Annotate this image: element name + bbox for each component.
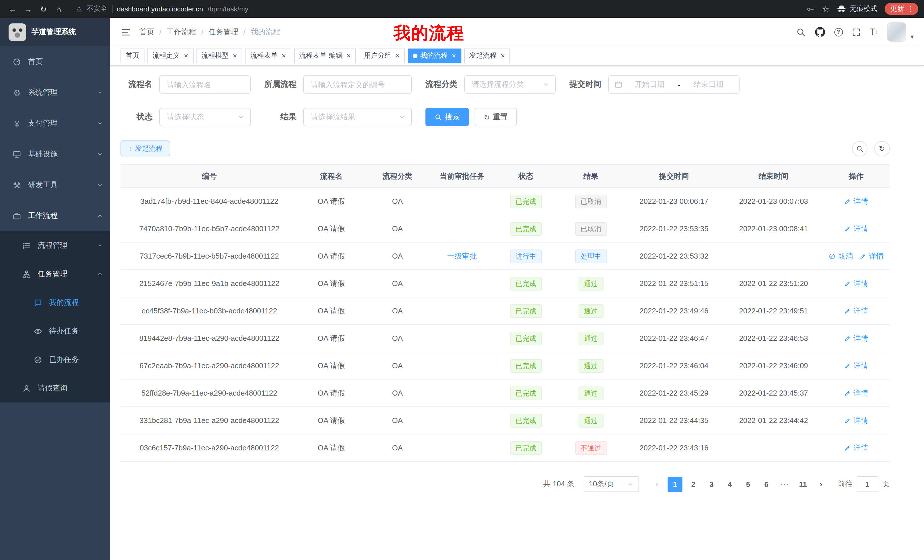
detail-action[interactable]: 详情: [844, 415, 868, 425]
breadcrumb-item-0[interactable]: 首页: [140, 27, 154, 37]
tab-0[interactable]: 首页: [120, 48, 144, 63]
header-search-icon[interactable]: [796, 27, 806, 37]
process-name-input[interactable]: [159, 75, 251, 94]
dashboard-icon: [12, 57, 22, 66]
detail-action[interactable]: 详情: [844, 306, 868, 316]
cell-status: 进行中: [494, 242, 558, 270]
browser-back-icon[interactable]: ←: [6, 2, 20, 16]
filter-name-label: 流程名: [120, 79, 159, 90]
tab-6[interactable]: 我的流程×: [408, 48, 461, 63]
tab-7[interactable]: 发起流程×: [464, 48, 510, 63]
browser-forward-icon[interactable]: →: [21, 2, 35, 16]
sidebar-item-9[interactable]: 待办任务: [0, 317, 110, 345]
sidebar-toggle-icon[interactable]: [110, 27, 140, 37]
current-task-link[interactable]: 一级审批: [447, 251, 477, 261]
cell-id: 331bc281-7b9a-11ec-a290-acde48001122: [120, 407, 298, 434]
edit-icon: [844, 225, 851, 232]
status-select[interactable]: 请选择状态: [159, 108, 251, 126]
sidebar-item-0[interactable]: 首页: [0, 46, 110, 77]
detail-action[interactable]: 详情: [844, 388, 868, 398]
sidebar-item-4[interactable]: ⚒研发工具: [0, 169, 110, 201]
toggle-search-button[interactable]: [852, 141, 867, 156]
create-process-button[interactable]: + 发起流程: [120, 141, 170, 156]
search-button[interactable]: 搜索: [426, 108, 469, 126]
tab-close-icon[interactable]: ×: [396, 51, 400, 60]
process-definition-input[interactable]: [303, 75, 412, 94]
page-button-4[interactable]: 4: [722, 476, 737, 492]
result-tag: 通过: [578, 386, 603, 400]
tab-5[interactable]: 用户分组×: [359, 48, 405, 63]
page-size-select[interactable]: 10条/页: [584, 476, 639, 492]
browser-home-icon[interactable]: ⌂: [52, 2, 66, 16]
page-button-3[interactable]: 3: [704, 476, 719, 492]
cell-status: 已完成: [494, 187, 558, 215]
password-key-icon[interactable]: [807, 5, 814, 13]
page-ellipsis[interactable]: ···: [777, 476, 792, 492]
fullscreen-icon[interactable]: [851, 27, 861, 37]
tab-close-icon[interactable]: ×: [282, 51, 286, 60]
cancel-action[interactable]: 取消: [829, 251, 853, 261]
result-tag: 已取消: [575, 195, 607, 208]
page-button-1[interactable]: 1: [668, 476, 682, 492]
detail-action[interactable]: 详情: [844, 278, 868, 289]
sidebar-item-3[interactable]: 基础设施: [0, 139, 110, 169]
sidebar-item-2[interactable]: ¥支付管理: [0, 108, 110, 139]
breadcrumb-item-1[interactable]: 工作流程: [166, 27, 196, 37]
prev-page-button[interactable]: ‹: [650, 476, 665, 492]
sidebar-item-5[interactable]: 工作流程: [0, 201, 110, 231]
sidebar-item-11[interactable]: 请假查询: [0, 374, 110, 403]
result-select[interactable]: 请选择流结果: [303, 108, 412, 126]
sidebar-item-1[interactable]: ⚙系统管理: [0, 77, 110, 108]
detail-action[interactable]: 详情: [844, 361, 868, 371]
next-page-button[interactable]: ›: [813, 476, 829, 492]
address-bar[interactable]: ⚠ 不安全 dashboard.yudao.iocoder.cn/bpm/tas…: [76, 4, 248, 14]
page-button-6[interactable]: 6: [759, 476, 774, 492]
browser-menu-icon[interactable]: ⋮: [907, 5, 914, 13]
menu-item-label: 基础设施: [28, 149, 97, 159]
tab-close-icon[interactable]: ×: [184, 51, 188, 60]
user-avatar[interactable]: [887, 22, 907, 42]
tab-close-icon[interactable]: ×: [233, 51, 237, 60]
page-button-2[interactable]: 2: [686, 476, 701, 492]
refresh-table-button[interactable]: ↻: [874, 141, 890, 156]
tab-close-icon[interactable]: ×: [501, 51, 505, 60]
sidebar-item-6[interactable]: 流程管理: [0, 231, 110, 260]
tab-close-icon[interactable]: ×: [346, 51, 351, 60]
reset-button[interactable]: ↻ 重置: [475, 108, 517, 126]
detail-action[interactable]: 详情: [844, 223, 868, 234]
update-button[interactable]: 更新 ⋮: [885, 3, 918, 15]
font-size-icon[interactable]: TT: [870, 27, 879, 36]
detail-action[interactable]: 详情: [844, 196, 868, 207]
github-icon[interactable]: [814, 26, 825, 38]
main-area: 首页/工作流程/任务管理/我的流程 我的流程 ? TT ▾ 首页流程定义×流程模…: [110, 18, 924, 560]
action-label: 详情: [854, 223, 868, 234]
cell-current-task: [430, 352, 494, 379]
detail-action[interactable]: 详情: [860, 251, 884, 261]
sidebar-item-10[interactable]: 已办任务: [0, 345, 110, 374]
tab-2[interactable]: 流程模型×: [196, 48, 242, 63]
sidebar-item-7[interactable]: 任务管理: [0, 260, 110, 288]
avatar-caret-icon[interactable]: ▾: [910, 33, 914, 40]
tab-3[interactable]: 流程表单×: [245, 48, 291, 63]
cell-id: 2152467e-7b9b-11ec-9a1b-acde48001122: [120, 270, 298, 297]
tab-1[interactable]: 流程定义×: [147, 48, 193, 63]
cancel-icon: [829, 253, 836, 259]
breadcrumb-item-2[interactable]: 任务管理: [209, 27, 238, 37]
category-select[interactable]: 请选择流程分类: [464, 75, 556, 94]
sidebar-item-8[interactable]: 我的流程: [0, 288, 110, 317]
app-logo[interactable]: 芋道管理系统: [0, 18, 110, 46]
page-button-5[interactable]: 5: [741, 476, 756, 492]
browser-reload-icon[interactable]: ↻: [36, 2, 50, 16]
tab-close-icon[interactable]: ×: [452, 51, 456, 60]
detail-action[interactable]: 详情: [844, 443, 868, 453]
cell-current-task: [430, 187, 494, 215]
goto-page-input[interactable]: [856, 476, 878, 492]
cell-name: OA 请假: [298, 434, 364, 461]
cell-category: OA: [364, 325, 430, 352]
detail-action[interactable]: 详情: [844, 333, 868, 343]
bookmark-star-icon[interactable]: ☆: [822, 5, 829, 13]
tab-4[interactable]: 流程表单-编辑×: [294, 48, 356, 63]
submit-time-range-picker[interactable]: 开始日期 - 结束日期: [608, 75, 740, 94]
docs-help-icon[interactable]: ?: [834, 28, 843, 36]
page-button-11[interactable]: 11: [795, 476, 810, 492]
